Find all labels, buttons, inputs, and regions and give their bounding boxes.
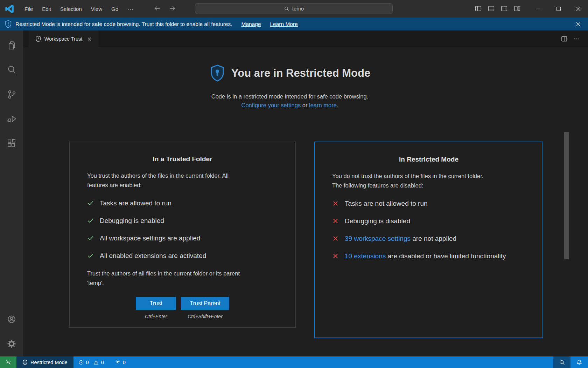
source-control-icon[interactable] (3, 86, 20, 103)
toggle-sidebar-left-icon[interactable] (475, 5, 482, 12)
remote-indicator[interactable] (0, 356, 16, 368)
search-sidebar-icon[interactable] (3, 61, 20, 78)
check-icon (87, 251, 95, 260)
x-icon (332, 199, 340, 208)
status-shield-icon (22, 360, 28, 365)
zoom-out-status-button[interactable] (553, 356, 570, 368)
subtitle-text: Code is in a restricted mode intended fo… (211, 93, 369, 100)
check-icon (87, 216, 95, 225)
restricted-desc-line2: The following features are disabled: (332, 182, 424, 189)
extensions-link[interactable]: 10 extensions (345, 252, 386, 260)
trusted-feature-list: Tasks are allowed to run Debugging is en… (87, 198, 278, 260)
minimize-button[interactable] (529, 0, 549, 18)
search-value: temo (292, 6, 304, 12)
restricted-panel-description: You do not trust the authors of the file… (332, 171, 525, 190)
notifications-bell-button[interactable] (570, 356, 588, 368)
trust-footer-line1: Trust the authors of all files in the cu… (87, 270, 240, 277)
toggle-panel-icon[interactable] (488, 5, 495, 12)
shield-exclamation-icon (5, 20, 12, 28)
warning-icon (93, 360, 99, 365)
feature-rest: Tasks are not allowed to run (345, 200, 428, 207)
feature-text: Debugging is enabled (100, 216, 164, 225)
x-icon (332, 251, 340, 261)
trust-footer-text: Trust the authors of all files in the cu… (87, 269, 278, 288)
subtitle-learn-more-link[interactable]: learn more (309, 102, 337, 108)
account-icon[interactable] (3, 311, 20, 328)
activity-bar (0, 30, 23, 356)
manage-link[interactable]: Manage (241, 21, 261, 27)
ports-status[interactable]: 0 (112, 356, 128, 368)
page-title: You are in Restricted Mode (231, 67, 370, 80)
menu-file[interactable]: File (20, 4, 37, 14)
title-bar: File Edit Selection View Go ··· temo (0, 0, 588, 18)
x-icon (332, 234, 340, 243)
menu-go[interactable]: Go (107, 4, 123, 14)
search-icon (284, 6, 289, 12)
settings-gear-icon[interactable] (3, 335, 20, 352)
configure-settings-link[interactable]: Configure your settings (241, 102, 301, 108)
trusted-desc-line1: You trust the authors of the files in th… (87, 172, 229, 179)
workspace-trust-editor: You are in Restricted Mode Code is in a … (23, 47, 588, 356)
banner-close-icon[interactable] (575, 21, 581, 27)
bell-icon (576, 359, 582, 366)
run-debug-icon[interactable] (3, 110, 20, 127)
extensions-icon[interactable] (3, 135, 20, 152)
page-heading: You are in Restricted Mode (23, 64, 556, 82)
learn-more-link[interactable]: Learn More (270, 21, 298, 27)
feature-rest: Debugging is disabled (345, 217, 410, 225)
feature-text: All workspace settings are applied (100, 233, 200, 243)
editor-more-actions-icon[interactable] (573, 35, 580, 42)
zoom-out-icon (559, 359, 565, 366)
editor-scrollbar[interactable] (564, 132, 569, 259)
trust-shortcut-label: Ctrl+Enter (136, 314, 176, 319)
tab-close-icon[interactable] (87, 36, 92, 42)
restricted-panel-title: In Restricted Mode (332, 156, 525, 163)
trusted-feature-row: Debugging is enabled (87, 216, 278, 225)
nav-back-icon[interactable] (153, 5, 161, 12)
restricted-feature-row: 10 extensions are disabled or have limit… (332, 251, 525, 261)
menu-bar: File Edit Selection View Go ··· (20, 4, 138, 14)
trusted-panel-title: In a Trusted Folder (87, 155, 278, 163)
workspace-settings-link[interactable]: 39 workspace settings (345, 235, 411, 242)
trusted-feature-row: Tasks are allowed to run (87, 198, 278, 208)
trust-buttons: Trust Ctrl+Enter Trust Parent Ctrl+Shift… (87, 297, 278, 319)
explorer-icon[interactable] (3, 37, 20, 54)
menu-more-icon[interactable]: ··· (123, 4, 138, 14)
feature-rest: are disabled or have limited functionali… (386, 252, 506, 260)
banner-text: Restricted Mode is intended for safe cod… (15, 21, 232, 27)
tab-workspace-trust[interactable]: Workspace Trust (29, 30, 99, 47)
restricted-desc-line1: You do not trust the authors of the file… (332, 173, 483, 179)
maximize-button[interactable] (549, 0, 568, 18)
restricted-feature-row: 39 workspace settings are not applied (332, 234, 525, 243)
menu-edit[interactable]: Edit (37, 4, 56, 14)
trusted-panel-description: You trust the authors of the files in th… (87, 171, 278, 190)
tab-shield-icon (35, 36, 41, 42)
close-button[interactable] (568, 0, 588, 18)
restricted-feature-row: Tasks are not allowed to run (332, 199, 525, 208)
command-center-search[interactable]: temo (195, 3, 393, 14)
trust-footer-line2: 'temp'. (87, 280, 104, 286)
restricted-mode-status[interactable]: Restricted Mode (16, 356, 74, 368)
toggle-sidebar-right-icon[interactable] (500, 5, 508, 12)
error-count: 0 (86, 360, 89, 365)
trusted-folder-panel: In a Trusted Folder You trust the author… (69, 142, 296, 328)
trusted-feature-row: All workspace settings are applied (87, 233, 278, 243)
menu-view[interactable]: View (86, 4, 107, 14)
restricted-feature-row: Debugging is disabled (332, 216, 525, 226)
problems-status[interactable]: 0 0 (76, 356, 107, 368)
broadcast-icon (114, 359, 121, 365)
menu-selection[interactable]: Selection (56, 4, 86, 14)
customize-layout-icon[interactable] (513, 5, 521, 12)
trust-parent-button[interactable]: Trust Parent (181, 297, 229, 310)
subtitle-period: . (337, 102, 338, 108)
trust-shield-icon (209, 64, 225, 82)
trust-button[interactable]: Trust (136, 297, 176, 310)
split-editor-icon[interactable] (561, 35, 568, 42)
ports-count: 0 (123, 360, 126, 365)
trusted-feature-row: All enabled extensions are activated (87, 251, 278, 260)
nav-forward-icon[interactable] (169, 5, 176, 12)
intro-section: You are in Restricted Mode Code is in a … (23, 64, 556, 110)
feature-text: Debugging is disabled (345, 216, 410, 226)
status-bar: Restricted Mode 0 0 0 (0, 356, 588, 368)
tab-label: Workspace Trust (44, 36, 83, 42)
